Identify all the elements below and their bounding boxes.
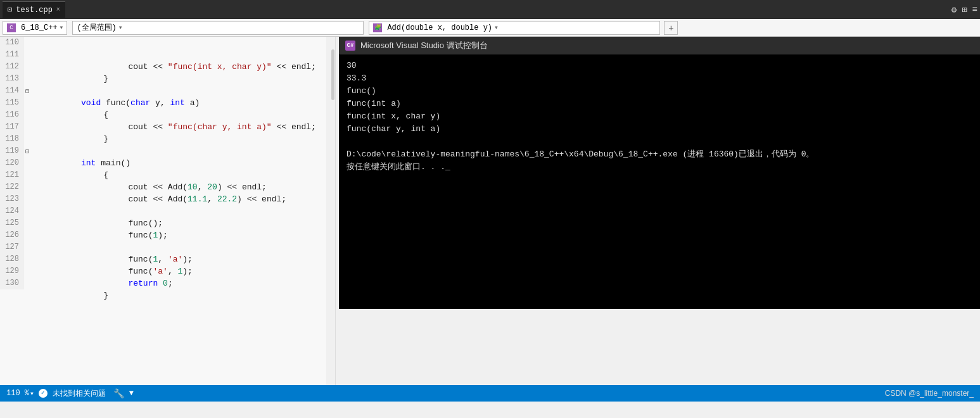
console-line: func(int x, char y) (347, 110, 972, 123)
table-row: 127 func(1, 'a'); (0, 241, 335, 253)
tab-test-cpp[interactable]: ⊡ test.cpp × (3, 1, 65, 18)
tab-bar: ⊡ test.cpp × ⚙ ⊞ ≡ (0, 0, 980, 19)
console-line: 30 (347, 60, 972, 72)
console-prompt-line: 按任意键关闭此窗口. . ._ (347, 161, 972, 174)
console-line (347, 136, 972, 148)
scope-dropdown[interactable]: (全局范围) ▼ (72, 21, 364, 35)
code-editor[interactable]: 110 111 cout << "func(int x, char y)" <<… (0, 37, 336, 402)
table-row: 126 (0, 229, 335, 241)
console-line: func() (347, 85, 972, 98)
line-number: 122 (0, 181, 24, 193)
line-number: 130 (0, 277, 24, 289)
scope-dropdown-arrow: ▼ (119, 25, 122, 30)
project-dropdown-arrow: ▼ (60, 25, 63, 30)
table-row: 128 func('a', 1); (0, 253, 335, 265)
main-container: 110 111 cout << "func(int x, char y)" <<… (0, 37, 980, 402)
table-row: 111 cout << "func(int x, char y)" << end… (0, 49, 335, 61)
settings-icon[interactable]: ⚙ (951, 4, 957, 15)
table-row: 122 cout << Add(11.1, 22.2) << endl; (0, 181, 335, 193)
line-number: 115 (0, 97, 24, 109)
scroll-icon[interactable]: ≡ (972, 4, 977, 15)
console-panel[interactable]: C# Microsoft Visual Studio 调试控制台 30 33.3… (339, 37, 980, 309)
code-content: } (34, 277, 335, 314)
project-label: 6_18_C++ (21, 23, 58, 32)
wrench-icon[interactable]: 🔧 (113, 388, 124, 399)
console-title-bar: C# Microsoft Visual Studio 调试控制台 (339, 37, 980, 54)
table-row: 114 ⊟ void func(char y, int a) (0, 85, 335, 97)
error-check-icon: ✓ (39, 389, 48, 398)
scope-label: (全局范围) (77, 22, 116, 33)
table-row: 125 func(1); (0, 217, 335, 229)
table-row: 123 (0, 193, 335, 205)
error-text: 未找到相关问题 (53, 388, 106, 399)
tab-pin-icon[interactable]: ⊡ (8, 5, 12, 15)
maximize-icon[interactable]: ⊞ (962, 4, 967, 15)
line-number: 117 (0, 121, 24, 133)
console-body: 30 33.3 func() func(int a) func(int x, c… (339, 54, 980, 179)
console-icon: C# (345, 41, 355, 51)
function-dropdown[interactable]: 🧩 Add(double x, double y) ▼ (369, 21, 660, 35)
table-row: 129 return 0; (0, 265, 335, 277)
zoom-control[interactable]: 110 % ▼ (6, 389, 34, 398)
console-line: func(int a) (347, 98, 972, 110)
line-number: 112 (0, 61, 24, 73)
watermark-text: CSDN @s_little_monster_ (885, 389, 974, 398)
line-number: 121 (0, 169, 24, 181)
line-number: 120 (0, 157, 24, 169)
nav-bar: C 6_18_C++ ▼ (全局范围) ▼ 🧩 Add(double x, do… (0, 19, 980, 37)
table-row: 120 { (0, 157, 335, 169)
line-number: 113 (0, 73, 24, 85)
table-row: 115 { (0, 97, 335, 109)
fold-button[interactable]: ⊟ (24, 148, 30, 155)
line-number: 129 (0, 265, 24, 277)
status-bar: 110 % ▼ ✓ 未找到相关问题 🔧 ▼ CSDN @s_little_mon… (0, 385, 980, 402)
table-row: 113 (0, 73, 335, 85)
editor-scrollbar[interactable] (326, 37, 335, 402)
console-line: 33.3 (347, 72, 972, 85)
function-icon: 🧩 (373, 23, 382, 32)
console-path-line: D:\code\relatively-meaningful-names\6_18… (347, 148, 972, 161)
table-row: 110 (0, 37, 335, 49)
line-number: 118 (0, 133, 24, 145)
line-number: 111 (0, 49, 24, 61)
line-number: 128 (0, 253, 24, 265)
tab-filename: test.cpp (16, 6, 53, 15)
line-number: 124 (0, 205, 24, 217)
project-icon: C (7, 23, 16, 32)
line-number: 119 (0, 145, 24, 157)
line-number: 125 (0, 217, 24, 229)
table-row: 117 } (0, 121, 335, 133)
table-row: 130 } (0, 277, 335, 289)
function-dropdown-arrow: ▼ (495, 25, 498, 30)
project-dropdown[interactable]: C 6_18_C++ ▼ (3, 21, 67, 35)
top-bar-right: ⚙ ⊞ ≡ (951, 4, 977, 15)
zoom-value: 110 % (6, 389, 29, 398)
nav-add-button[interactable]: + (664, 21, 678, 35)
table-row: 121 cout << Add(10, 20) << endl; (0, 169, 335, 181)
line-number: 116 (0, 109, 24, 121)
line-number: 126 (0, 229, 24, 241)
action-arrow: ▼ (129, 389, 134, 398)
console-line: func(char y, int a) (347, 123, 972, 136)
line-number: 127 (0, 241, 24, 253)
tab-close-button[interactable]: × (56, 6, 60, 13)
table-row: 124 func(); (0, 205, 335, 217)
status-middle: 🔧 ▼ (113, 388, 134, 399)
line-number: 110 (0, 37, 24, 49)
status-left: 110 % ▼ ✓ 未找到相关问题 (6, 388, 106, 399)
code-lines: 110 111 cout << "func(int x, char y)" <<… (0, 37, 335, 289)
console-title-text: Microsoft Visual Studio 调试控制台 (360, 40, 488, 51)
fold-button[interactable]: ⊟ (24, 88, 30, 95)
table-row: 112 } (0, 61, 335, 73)
zoom-arrow: ▼ (30, 391, 34, 396)
table-row: 116 cout << "func(char y, int a)" << end… (0, 109, 335, 121)
function-label: Add(double x, double y) (387, 23, 492, 32)
scrollbar-thumb[interactable] (331, 49, 334, 100)
line-number: 123 (0, 193, 24, 205)
table-row: 119 ⊟ int main() (0, 145, 335, 157)
line-number: 114 (0, 85, 24, 97)
table-row: 118 (0, 133, 335, 145)
